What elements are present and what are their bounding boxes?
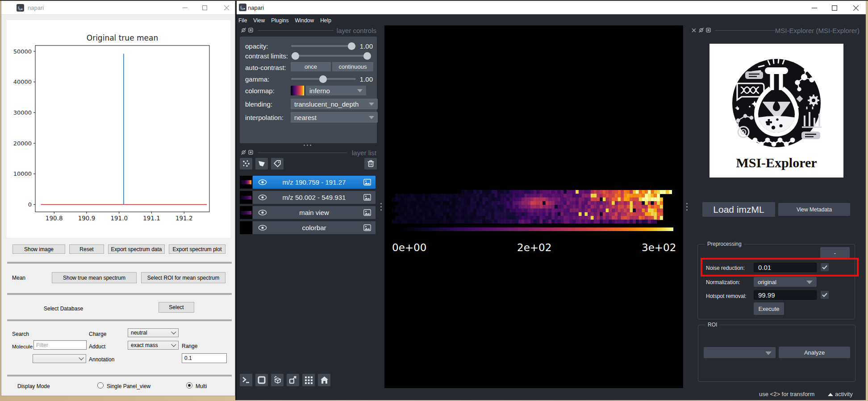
close-panel-icon[interactable]	[692, 28, 696, 33]
roi-group-label: ROI	[705, 322, 719, 328]
gamma-slider[interactable]	[291, 78, 356, 80]
radio-multi[interactable]	[186, 382, 192, 389]
dropdown-arrow-icon	[765, 351, 772, 355]
normalization-combobox[interactable]: original	[754, 277, 817, 287]
menu-view[interactable]: View	[250, 17, 268, 24]
view-metadata-button[interactable]: View Metadata	[778, 203, 850, 216]
panel-resize-dots[interactable]	[304, 145, 311, 146]
menu-help[interactable]: Help	[317, 17, 334, 24]
contrast-low-handle[interactable]	[292, 52, 299, 60]
gamma-slider-handle[interactable]	[319, 75, 327, 83]
maximize-button[interactable]	[195, 1, 214, 15]
viewer-canvas[interactable]: 0e+00 2e+02 3e+02	[384, 25, 683, 388]
new-points-layer-button[interactable]	[240, 158, 252, 169]
charge-combobox[interactable]: neutral	[128, 328, 179, 337]
radio-single-panel-view[interactable]	[97, 382, 104, 389]
gamma-value: 1.00	[351, 75, 373, 83]
napari-logo-icon	[239, 4, 246, 11]
molecule-result-combobox[interactable]	[33, 354, 86, 363]
menu-plugins[interactable]: Plugins	[268, 17, 292, 24]
menu-file[interactable]: File	[235, 17, 250, 24]
grid-view-button[interactable]	[302, 374, 315, 386]
dropdown-arrow-icon	[357, 89, 363, 92]
activity-label[interactable]: activity	[835, 391, 853, 397]
execute-button[interactable]: Execute	[754, 302, 784, 315]
select-database-button[interactable]: Select	[159, 302, 194, 313]
maximize-button[interactable]	[825, 1, 844, 15]
colormap-combobox[interactable]: inferno	[306, 86, 366, 95]
float-panel-icon[interactable]	[706, 28, 711, 33]
adduct-combobox[interactable]: exact mass	[128, 341, 179, 350]
layer-list-titlebar: layer list	[240, 149, 379, 156]
colorbar-min-label: 0e+00	[392, 242, 426, 253]
molecule-filter-input[interactable]	[33, 340, 87, 350]
menu-window[interactable]: Window	[292, 17, 317, 24]
window-title: napari	[28, 4, 44, 11]
interpolation-combobox[interactable]: nearest	[291, 112, 378, 123]
spectrum-plot: Original true mean0100002000030000400005…	[7, 20, 230, 238]
minus-button[interactable]: -	[820, 247, 850, 259]
blending-combobox[interactable]: translucent_no_depth	[291, 99, 378, 109]
svg-text:191.0: 191.0	[110, 215, 128, 222]
auto-contrast-continuous-button[interactable]: continuous	[332, 62, 373, 71]
hide-panel-icon[interactable]	[699, 28, 704, 33]
minimize-button[interactable]	[175, 1, 195, 15]
float-panel-icon[interactable]	[248, 28, 253, 33]
layer-row-mz-50[interactable]: m/z 50.002 - 549.931	[253, 191, 376, 204]
export-spectrum-data-button[interactable]: Export spectrum data	[108, 244, 165, 254]
transpose-dimensions-button[interactable]	[287, 374, 299, 386]
new-labels-layer-button[interactable]	[271, 158, 284, 169]
svg-text:191.1: 191.1	[143, 215, 160, 222]
colormap-gradient-swatch	[291, 86, 304, 95]
show-true-mean-button[interactable]: Show true mean spectrum	[52, 272, 137, 283]
hide-panel-icon[interactable]	[241, 28, 246, 33]
auto-contrast-once-button[interactable]: once	[291, 62, 331, 71]
svg-text:191.2: 191.2	[175, 215, 193, 222]
radio-multi-label: Multi	[196, 383, 207, 389]
float-panel-icon[interactable]	[248, 150, 253, 155]
hotspot-removal-input[interactable]	[754, 290, 817, 300]
load-imzml-button[interactable]: Load imzML	[702, 202, 775, 217]
console-button[interactable]	[240, 374, 252, 386]
reset-button[interactable]: Reset	[69, 244, 104, 254]
colorbar-mid-label: 2e+02	[517, 242, 551, 253]
delete-layer-button[interactable]	[364, 158, 377, 169]
layer-row-colorbar[interactable]: colorbar	[253, 221, 376, 234]
ndisplay-2d3d-toggle-button[interactable]	[255, 374, 268, 386]
analyze-button[interactable]: Analyze	[779, 347, 850, 358]
activity-expand-icon[interactable]	[828, 393, 833, 396]
napari-window-titlebar[interactable]: napari	[235, 1, 866, 14]
hotspot-removal-label: Hotspot removal:	[706, 293, 747, 299]
dock-splitter-handle[interactable]	[686, 203, 688, 211]
layer-controls-panel: opacity: 1.00 contrast limits: auto-cont…	[240, 37, 377, 143]
opacity-slider[interactable]	[291, 45, 356, 47]
close-button[interactable]	[217, 1, 236, 15]
roi-combobox[interactable]	[704, 347, 776, 358]
layer-row-mz-190[interactable]: m/z 190.759 - 191.27	[253, 176, 376, 189]
contrast-limits-slider[interactable]	[291, 55, 371, 57]
spectrum-window-titlebar[interactable]: napari	[1, 1, 235, 15]
contrast-high-handle[interactable]	[363, 52, 371, 60]
close-button[interactable]	[846, 1, 866, 15]
contrast-limits-label: contrast limits:	[245, 52, 288, 60]
normalization-label: Normalization:	[706, 279, 740, 285]
image-layer-icon	[363, 209, 371, 216]
separator	[7, 319, 232, 321]
napari-logo-icon	[17, 4, 24, 12]
roll-dimensions-button[interactable]	[271, 374, 284, 386]
blending-value: translucent_no_depth	[294, 100, 359, 108]
minimize-button[interactable]	[805, 1, 824, 15]
hotspot-removal-checkbox[interactable]	[821, 291, 829, 299]
svg-text:40000: 40000	[13, 79, 32, 85]
home-reset-view-button[interactable]	[318, 374, 330, 386]
range-input[interactable]	[182, 353, 227, 363]
show-image-button[interactable]: Show image	[13, 244, 65, 254]
new-shapes-layer-button[interactable]	[255, 158, 268, 169]
hide-panel-icon[interactable]	[241, 150, 246, 155]
dropdown-arrow-icon	[369, 116, 374, 119]
dock-splitter-handle[interactable]	[380, 203, 382, 211]
layer-row-main-view[interactable]: main view	[253, 206, 376, 219]
roi-groupbox: ROI Analyze	[698, 325, 855, 382]
export-spectrum-plot-button[interactable]: Export spectrum plot	[169, 244, 225, 254]
select-roi-mean-button[interactable]: Select ROI for mean spectrum	[141, 272, 225, 283]
